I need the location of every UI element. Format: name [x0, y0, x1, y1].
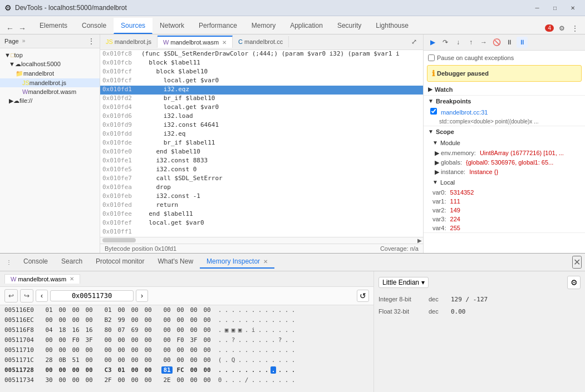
- module-arrow: ▼: [432, 140, 438, 146]
- wasm-file-tab[interactable]: W mandelbrot.wasm ✕: [4, 274, 80, 284]
- folder-arrow-icon-localhost: ▼: [9, 61, 15, 67]
- source-tab-wasm-close[interactable]: ✕: [222, 39, 227, 46]
- lower-tab-whats-new[interactable]: What's New: [151, 255, 200, 269]
- mem-char-5-4: .: [244, 346, 249, 354]
- mem-byte-7-6: 00: [129, 366, 140, 374]
- mem-prev-button[interactable]: ‹: [36, 290, 48, 302]
- decode-settings-button[interactable]: ⚙: [567, 276, 581, 289]
- tab-application[interactable]: Application: [283, 18, 330, 34]
- scope-header[interactable]: ▼ Scope: [424, 126, 585, 137]
- tab-lighthouse[interactable]: Lighthouse: [368, 18, 416, 34]
- breakpoints-header[interactable]: ▼ Breakpoints: [424, 96, 585, 107]
- resume-button[interactable]: ▶: [427, 37, 438, 48]
- code-line-20: 0x010fef local.get $var0: [100, 219, 423, 228]
- step-into-button[interactable]: ↓: [453, 37, 464, 48]
- tab-console[interactable]: Console: [75, 18, 114, 34]
- tab-memory[interactable]: Memory: [244, 18, 283, 34]
- code-text-7: local.get $var0: [139, 103, 221, 112]
- source-tab-mandelbrot-cc[interactable]: C mandelbrot.cc: [233, 36, 289, 47]
- globals-arrow: ▶: [435, 159, 441, 166]
- tree-item-mandelbrot-folder[interactable]: 📁 mandelbrot: [0, 69, 100, 78]
- mem-char-6-11: .: [291, 356, 296, 364]
- endian-dropdown[interactable]: Little Endian ▾: [378, 277, 429, 288]
- scroll-right-button[interactable]: ▶: [416, 237, 423, 244]
- mem-char-7-11: .: [291, 366, 296, 374]
- back-button[interactable]: ←: [4, 23, 16, 34]
- var4-val: 255: [450, 225, 460, 231]
- mem-char-5-8: .: [271, 346, 276, 354]
- scroll-thumb[interactable]: [102, 238, 136, 242]
- mem-char-6-2: Q: [230, 356, 236, 364]
- lower-tab-protocol-monitor[interactable]: Protocol monitor: [89, 255, 151, 269]
- tree-more-button[interactable]: ⋮: [87, 37, 95, 46]
- folder-arrow-icon-file: ▶: [9, 97, 13, 105]
- tree-item-mandelbrot-js[interactable]: JS mandelbrot.js: [0, 78, 100, 87]
- settings-button[interactable]: ⚙: [556, 23, 567, 34]
- mem-byte-7-2: 00: [70, 366, 81, 374]
- tree-item-file[interactable]: ▶ ☁ file://: [0, 96, 100, 106]
- lower-panel-close[interactable]: ✕: [572, 256, 582, 269]
- lower-tab-console[interactable]: Console: [17, 255, 55, 269]
- tree-item-localhost[interactable]: ▼ ☁ localhost:5000: [0, 59, 100, 69]
- wasm-tab-close[interactable]: ✕: [70, 276, 74, 282]
- var0-key: var0:: [432, 189, 446, 196]
- pause-button[interactable]: ⏸: [517, 37, 528, 48]
- step-button[interactable]: →: [478, 37, 489, 48]
- mem-char-2-10: .: [284, 316, 289, 324]
- breakpoint-item-1[interactable]: mandelbrot.cc:31: [424, 107, 585, 117]
- module-header[interactable]: ▼ Module: [424, 137, 585, 148]
- bp-checkbox-1[interactable]: [430, 108, 437, 115]
- mem-redo-button[interactable]: ↪: [20, 289, 33, 302]
- mem-refresh-button[interactable]: ↺: [357, 290, 369, 302]
- paused-banner: ℹ Debugger paused: [427, 65, 582, 82]
- mem-byte-3-9: 00: [175, 326, 186, 334]
- mem-address-input[interactable]: [50, 290, 134, 301]
- tab-sources[interactable]: Sources: [114, 18, 153, 34]
- mem-byte-7-8[interactable]: 81: [161, 366, 173, 374]
- mem-next-button[interactable]: ›: [136, 290, 148, 302]
- step-out-button[interactable]: ↑: [465, 37, 476, 48]
- mem-char-6-4: .: [244, 356, 249, 364]
- pause-exceptions-checkbox[interactable]: [428, 54, 435, 61]
- watch-header[interactable]: ▶ Watch: [424, 84, 585, 95]
- mem-undo-button[interactable]: ↩: [4, 289, 18, 302]
- mem-ascii-2: .... .... ....: [213, 316, 296, 324]
- source-content[interactable]: 0x010fc8 (func $SDL_SetRenderDrawColor (…: [100, 50, 423, 237]
- mem-char-2-2: .: [230, 316, 236, 324]
- scope-var1: var1: 111: [424, 197, 585, 206]
- lower-tab-search[interactable]: Search: [55, 255, 89, 269]
- tab-network[interactable]: Network: [153, 18, 191, 34]
- more-button[interactable]: ⋮: [569, 23, 581, 34]
- tab-elements[interactable]: Elements: [32, 18, 75, 34]
- tab-performance[interactable]: Performance: [191, 18, 244, 34]
- mem-byte-3-2: 16: [70, 326, 81, 334]
- horizontal-scrollbar[interactable]: ▶: [100, 237, 423, 244]
- tree-item-mandelbrot-wasm[interactable]: W mandelbrot.wasm: [0, 87, 100, 96]
- source-tab-mandelbrot-wasm[interactable]: W mandelbrot.wasm ✕: [158, 36, 233, 48]
- pause-exceptions-button[interactable]: ⏸: [504, 37, 515, 48]
- forward-button[interactable]: →: [17, 23, 28, 34]
- memory-inspector-close[interactable]: ✕: [263, 259, 268, 265]
- tree-item-top[interactable]: ▼ □ top: [0, 51, 100, 59]
- mem-byte-5-5: 00: [116, 346, 127, 354]
- decode-value-2: 0.00: [451, 308, 466, 315]
- maximize-button[interactable]: □: [547, 2, 563, 14]
- lower-panel-toggle[interactable]: ⋮: [3, 256, 14, 267]
- source-expand-button[interactable]: ⤢: [409, 36, 420, 47]
- code-addr-8: 0x010fd6: [100, 112, 139, 121]
- code-addr-13: 0x010fe1: [100, 157, 139, 166]
- close-button[interactable]: ✕: [565, 2, 581, 14]
- mem-char-4-7: .: [264, 336, 269, 344]
- lower-tab-memory-inspector[interactable]: Memory Inspector ✕: [200, 255, 274, 269]
- local-header[interactable]: ▼ Local: [424, 177, 585, 188]
- deactivate-button[interactable]: 🚫: [491, 37, 502, 48]
- code-line-15: 0x010fe7 call $SDL_SetError: [100, 175, 423, 183]
- mem-hex-content[interactable]: 005116E0 01000000 01000000 00000000 ....…: [0, 305, 373, 392]
- mem-byte-6-5: 00: [116, 356, 127, 364]
- source-tab-mandelbrot-js[interactable]: JS mandelbrot.js: [100, 36, 158, 47]
- step-over-button[interactable]: ↷: [440, 37, 451, 48]
- code-line-18: 0x010fed return: [100, 201, 423, 210]
- mem-byte-2-9: 00: [175, 316, 186, 324]
- tab-security[interactable]: Security: [330, 18, 368, 34]
- minimize-button[interactable]: ─: [529, 2, 545, 14]
